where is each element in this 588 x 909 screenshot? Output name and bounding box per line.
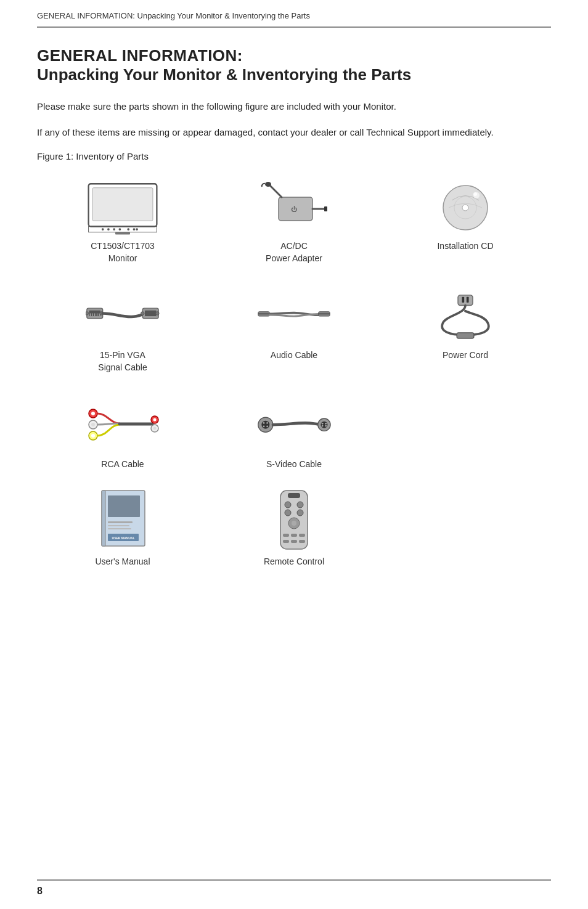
svg-rect-40	[457, 333, 474, 338]
svg-point-76	[297, 510, 303, 516]
page-number: 8	[37, 886, 43, 897]
svg-point-42	[91, 412, 95, 415]
svg-rect-82	[283, 540, 289, 543]
part-cd: Installation CD	[380, 174, 551, 265]
svg-point-8	[133, 228, 136, 230]
manual-icon: USER MANUAL	[97, 489, 149, 557]
remote-label: Remote Control	[264, 556, 324, 568]
svg-point-44	[91, 423, 95, 426]
svg-point-31	[141, 312, 145, 316]
svg-rect-64	[102, 491, 105, 546]
svg-rect-2	[89, 226, 157, 232]
audio-cable-icon	[257, 295, 331, 338]
part-empty-2	[380, 489, 551, 508]
part-power-adapter: ⏻ AC/DCPower Adapter	[208, 174, 380, 277]
vga-cable-label: 15-Pin VGASignal Cable	[98, 349, 147, 373]
svg-rect-65	[108, 495, 140, 517]
main-heading: GENERAL INFORMATION: Unpacking Your Moni…	[37, 46, 551, 84]
part-power-cord: Power Cord	[380, 283, 551, 374]
power-cord-label: Power Cord	[443, 349, 488, 362]
power-adapter-icon: ⏻	[260, 182, 328, 234]
svg-point-4	[107, 228, 110, 230]
remote-image	[257, 495, 331, 551]
svg-point-75	[285, 510, 291, 516]
svg-rect-84	[299, 540, 305, 543]
svg-point-7	[127, 228, 129, 230]
svg-point-9	[136, 228, 138, 230]
svg-rect-80	[291, 534, 297, 537]
body-text-1: Please make sure the parts shown in the …	[37, 99, 542, 114]
part-rca-cable: RCA Cable	[37, 392, 208, 483]
svg-point-16	[462, 205, 468, 211]
breadcrumb: GENERAL INFORMATION: Unpacking Your Moni…	[37, 0, 551, 28]
body-text-2: If any of these items are missing or app…	[37, 125, 542, 140]
svg-point-32	[156, 312, 160, 316]
svg-rect-68	[108, 528, 131, 529]
svg-rect-37	[458, 295, 473, 306]
power-cord-icon	[428, 292, 502, 341]
cd-image	[428, 180, 502, 235]
vga-cable-icon	[86, 295, 160, 338]
svg-rect-38	[462, 297, 464, 303]
audio-cable-label: Audio Cable	[271, 349, 317, 362]
svg-point-60	[325, 423, 327, 425]
svg-point-46	[91, 434, 95, 438]
svg-rect-39	[467, 297, 469, 303]
svg-point-62	[325, 425, 327, 427]
page-container: GENERAL INFORMATION: Unpacking Your Moni…	[0, 0, 588, 909]
svg-rect-72	[288, 493, 300, 498]
part-monitor: CT1503/CT1703Monitor	[37, 174, 208, 277]
figure-caption: Figure 1: Inventory of Parts	[37, 151, 551, 161]
svg-point-50	[153, 427, 157, 430]
audio-cable-image	[257, 289, 331, 344]
svg-point-59	[322, 423, 324, 425]
page-footer: 8	[37, 879, 551, 897]
power-adapter-image: ⏻	[257, 180, 331, 235]
parts-row-4: USER MANUAL User's Manual	[37, 489, 551, 581]
part-remote: Remote Control	[208, 489, 380, 581]
remote-icon	[276, 489, 312, 557]
svg-point-54	[266, 422, 268, 424]
svg-point-19	[473, 192, 477, 196]
svg-rect-13	[324, 206, 327, 211]
svg-point-52	[261, 421, 269, 429]
svg-rect-83	[291, 540, 297, 543]
svg-point-12	[265, 182, 271, 187]
rca-cable-image	[86, 398, 160, 454]
part-svideo-cable: S-Video Cable	[208, 392, 380, 483]
svideo-cable-image	[257, 398, 331, 454]
rca-cable-icon	[86, 401, 160, 450]
svideo-cable-icon	[257, 403, 331, 449]
svideo-cable-label: S-Video Cable	[266, 459, 322, 471]
rca-cable-label: RCA Cable	[101, 459, 144, 471]
parts-row-2: 15-Pin VGASignal Cable	[37, 283, 551, 386]
svg-point-6	[119, 228, 121, 230]
svg-point-78	[292, 521, 296, 526]
svg-point-48	[153, 418, 157, 422]
part-vga-cable: 15-Pin VGASignal Cable	[37, 283, 208, 386]
svg-rect-10	[115, 232, 130, 234]
svg-rect-81	[299, 534, 305, 537]
monitor-image	[86, 180, 160, 235]
svg-rect-79	[283, 534, 289, 537]
svg-point-27	[86, 312, 89, 316]
vga-cable-image	[86, 289, 160, 344]
svg-rect-66	[108, 521, 133, 523]
monitor-icon	[86, 179, 160, 237]
svg-text:⏻: ⏻	[291, 206, 297, 213]
svg-text:USER MANUAL: USER MANUAL	[112, 536, 134, 540]
svg-point-58	[321, 422, 327, 428]
svg-point-61	[322, 425, 324, 427]
cd-icon	[439, 182, 492, 234]
part-manual: USER MANUAL User's Manual	[37, 489, 208, 581]
manual-label: User's Manual	[95, 556, 150, 568]
power-adapter-label: AC/DCPower Adapter	[266, 240, 322, 264]
cd-label: Installation CD	[437, 240, 493, 253]
svg-point-55	[263, 425, 265, 427]
svg-point-3	[102, 228, 104, 230]
svg-point-53	[263, 422, 265, 424]
part-empty-1	[380, 392, 551, 410]
svg-point-73	[285, 502, 291, 508]
svg-rect-30	[145, 311, 156, 316]
title-line1: GENERAL INFORMATION:	[37, 46, 551, 65]
